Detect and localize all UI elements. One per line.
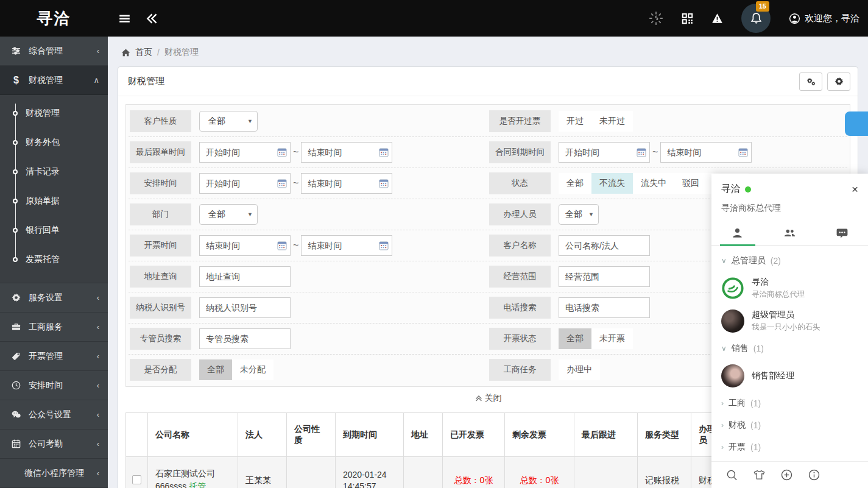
sidebar-subitem-2[interactable]: 清卡记录: [0, 157, 108, 186]
hamburger-menu-icon[interactable]: [119, 13, 130, 24]
客户名称-input[interactable]: [559, 235, 650, 256]
chevron-left-icon: ‹: [97, 293, 99, 302]
option-未开过[interactable]: 未开过: [591, 111, 633, 132]
开票时间-start-date-input: [199, 235, 291, 256]
电话搜索-input[interactable]: [559, 297, 650, 318]
chat-subtitle: 寻洽商标总代理: [711, 196, 868, 216]
info-circle-icon[interactable]: [808, 469, 820, 481]
calendar-picker-icon[interactable]: [379, 147, 389, 157]
办理人员-select[interactable]: 全部▼: [559, 204, 599, 225]
bell-icon: [750, 12, 763, 25]
chat-group-0[interactable]: ∨总管理员(2): [711, 250, 868, 272]
calendar-picker-icon[interactable]: [277, 241, 287, 250]
row-checkbox[interactable]: [132, 475, 141, 484]
option-驳回[interactable]: 驳回: [674, 173, 707, 194]
sidebar-item-4[interactable]: 开票管理‹: [0, 342, 108, 371]
chat-group-1[interactable]: ∨销售(1): [711, 338, 868, 359]
home-icon: [121, 48, 130, 57]
group-count: (1): [750, 398, 761, 408]
sidebar-subitem-1[interactable]: 财务外包: [0, 128, 108, 157]
chat-group-3[interactable]: ›财税(1): [711, 414, 868, 436]
col-header-已开发票: 已开发票: [443, 413, 505, 457]
address-cell: [404, 457, 443, 488]
breadcrumb-home[interactable]: 首页: [135, 47, 152, 58]
calendar-picker-icon[interactable]: [277, 179, 287, 188]
option-未开票[interactable]: 未开票: [591, 328, 633, 349]
sidebar-subitem-5[interactable]: 发票托管: [0, 245, 108, 274]
最后跟单时间-start-date-input: [199, 142, 291, 163]
chat-contact-list: ∨总管理员(2)寻洽寻洽商标总代理超级管理员我是一只小小的石头∨销售(1)销售部…: [711, 246, 868, 461]
option-未分配[interactable]: 未分配: [232, 359, 273, 380]
sidebar-item-1[interactable]: $财税管理∧: [0, 66, 108, 95]
是否分配-options: 全部未分配: [199, 359, 273, 380]
member-name: 超级管理员: [752, 309, 820, 320]
sidebar-subitem-3[interactable]: 原始单据: [0, 186, 108, 216]
sidebar-item-6[interactable]: 公众号设置‹: [0, 400, 108, 430]
经营范围-input[interactable]: [559, 266, 650, 287]
columns-settings-button[interactable]: [799, 72, 822, 91]
plus-circle-icon[interactable]: [781, 469, 792, 481]
option-全部[interactable]: 全部: [199, 359, 232, 380]
calendar-picker-icon[interactable]: [379, 179, 389, 188]
service-type-cell: 记账报税: [638, 457, 691, 488]
chevron-left-icon: ‹: [97, 322, 99, 331]
user-menu[interactable]: 欢迎您，寻洽: [789, 13, 859, 24]
chat-tab-1[interactable]: [764, 220, 816, 245]
tshirt-icon[interactable]: [753, 469, 765, 481]
loading-spinner-icon[interactable]: [649, 11, 663, 26]
filter-row-0: 客户性质全部▼是否开过票开过未开过: [129, 106, 847, 137]
开票时间-end-date-input: [301, 235, 392, 256]
filter-label: 最后跟单时间: [130, 141, 191, 163]
sidebar-item-0[interactable]: 综合管理‹: [0, 37, 108, 66]
calendar-picker-icon[interactable]: [277, 147, 287, 157]
settings-button[interactable]: [827, 72, 850, 91]
chevron-down-icon: ∨: [721, 256, 727, 265]
chat-group-4[interactable]: ›开票(1): [711, 436, 868, 458]
calendar-picker-icon[interactable]: [637, 147, 646, 157]
chat-close-icon[interactable]: ×: [852, 183, 858, 195]
filter-label: 客户性质: [130, 110, 191, 132]
chat-tab-2[interactable]: [816, 220, 868, 245]
option-办理中[interactable]: 办理中: [559, 359, 600, 380]
option-开过[interactable]: 开过: [559, 111, 591, 132]
chat-panel: 寻洽 × 寻洽商标总代理 ∨总管理员(2)寻洽寻洽商标总代理超级管理员我是一只小…: [711, 174, 868, 488]
部门-select[interactable]: 全部▼: [199, 204, 258, 225]
option-全部[interactable]: 全部: [559, 328, 591, 349]
option-不流失[interactable]: 不流失: [591, 173, 633, 194]
chat-group-2[interactable]: ›工商(1): [711, 392, 868, 414]
calendar-picker-icon[interactable]: [379, 241, 389, 250]
collapse-sidebar-icon[interactable]: [146, 13, 158, 24]
chat-member-销售部经理[interactable]: 销售部经理: [711, 359, 868, 392]
纳税人识别号-input[interactable]: [199, 297, 291, 318]
filter-label: 电话搜索: [489, 297, 551, 319]
warning-icon[interactable]: [711, 13, 723, 24]
remaining-invoices-cell: 总数：0张: [505, 457, 574, 488]
sidebar-subitem-0[interactable]: 财税管理: [0, 99, 108, 128]
col-header-法人: 法人: [238, 413, 287, 457]
sidebar-subitem-label: 财税管理: [26, 108, 60, 119]
filter-label: 经营范围: [489, 266, 551, 288]
option-流失中[interactable]: 流失中: [633, 173, 674, 194]
sidebar-subitem-4[interactable]: 银行回单: [0, 216, 108, 245]
user-circle-icon: [789, 13, 800, 24]
sidebar-item-5[interactable]: 安排时间‹: [0, 371, 108, 400]
sidebar-item-3[interactable]: 工商服务‹: [0, 313, 108, 342]
chat-tab-0[interactable]: [711, 220, 764, 245]
chat-member-超级管理员[interactable]: 超级管理员我是一只小小的石头: [711, 305, 868, 338]
地址查询-input[interactable]: [199, 266, 291, 287]
sidebar-item-8[interactable]: 微信小程序管理‹: [0, 459, 108, 488]
sidebar-item-2[interactable]: 服务设置‹: [0, 283, 108, 313]
qr-code-icon[interactable]: [682, 13, 693, 24]
sidebar-item-7[interactable]: 公司考勤‹: [0, 430, 108, 459]
chat-member-寻洽[interactable]: 寻洽寻洽商标总代理: [711, 272, 868, 305]
notifications-button[interactable]: 15: [741, 4, 771, 33]
calendar-picker-icon[interactable]: [738, 147, 748, 157]
客户性质-select[interactable]: 全部▼: [199, 111, 258, 132]
quick-widget-button[interactable]: [845, 111, 868, 136]
filter-label: 是否开过票: [489, 110, 551, 132]
search-icon[interactable]: [726, 469, 738, 481]
option-全部[interactable]: 全部: [559, 173, 591, 194]
group-count: (1): [753, 344, 764, 353]
专管员搜索-input[interactable]: [199, 328, 291, 349]
sidebar-item-label: 微信小程序管理: [24, 468, 97, 479]
